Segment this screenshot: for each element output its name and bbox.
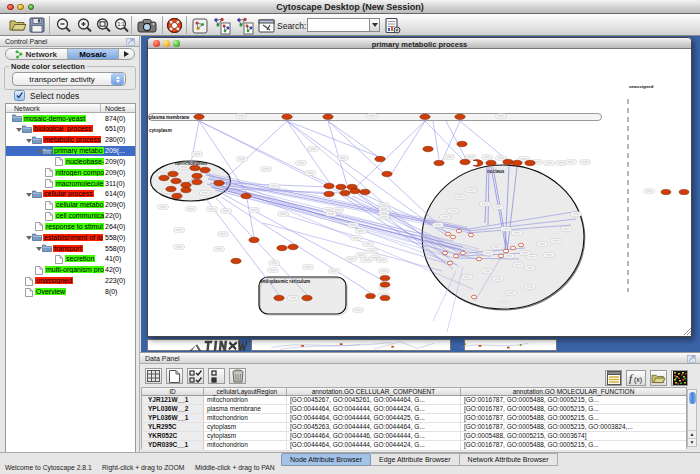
- svg-text:1:1: 1:1: [118, 21, 125, 27]
- svg-text:(x): (x): [634, 376, 642, 384]
- svg-text:nucleus: nucleus: [487, 169, 505, 174]
- svg-text:cytoplasm: cytoplasm: [149, 128, 172, 133]
- svg-text:unassigned: unassigned: [629, 84, 654, 89]
- svg-text:endoplasmic reticulum: endoplasmic reticulum: [260, 279, 310, 284]
- svg-text:plasma membrane: plasma membrane: [149, 115, 190, 120]
